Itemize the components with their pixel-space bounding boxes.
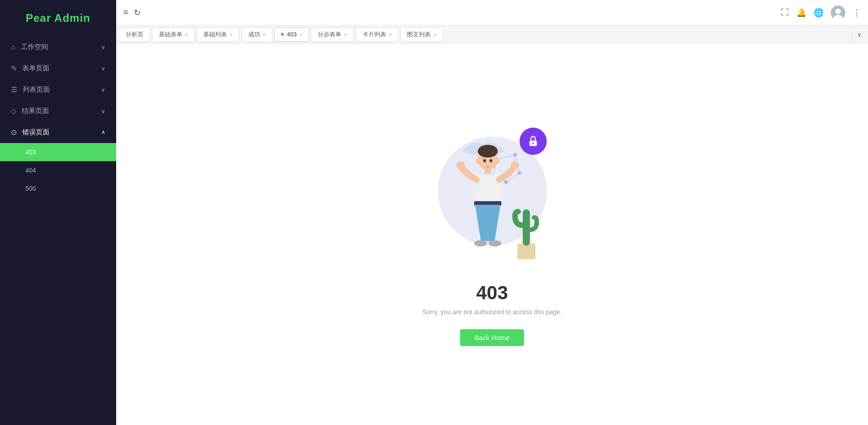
globe-icon[interactable]: 🌐: [814, 8, 824, 18]
error-arrow: ∨: [101, 129, 105, 136]
tab-success-close[interactable]: ×: [263, 32, 265, 37]
tab-analysis-label: 分析页: [126, 30, 143, 39]
sidebar: Pear Admin ⌂ 工作空间 ∨ ✎ 表单页面 ∨ ☰ 列表页面 ∨ ◇ …: [0, 0, 116, 425]
svg-rect-17: [517, 243, 535, 259]
svg-point-4: [532, 142, 534, 144]
sidebar-item-403[interactable]: 403: [0, 143, 116, 161]
svg-point-8: [456, 161, 465, 169]
sidebar-item-workspace[interactable]: ⌂ 工作空间 ∨: [0, 36, 116, 58]
content-area: 403 Sorry, you are not authorized to acc…: [116, 44, 868, 425]
tab-card-list-label: 卡片列表: [363, 30, 386, 39]
tab-step-form[interactable]: 分步表单 ×: [311, 27, 353, 42]
error-label: 错误页面: [22, 128, 49, 137]
sidebar-item-500[interactable]: 500: [0, 179, 116, 198]
lock-icon-circle: [520, 128, 547, 155]
tab-img-list[interactable]: 图文列表 ×: [400, 27, 443, 42]
topbar-right: ⛶ 🔔 🌐 ⋮: [781, 5, 861, 20]
logo-text: Pear Admin: [26, 12, 90, 25]
sidebar-item-result[interactable]: ◇ 结果页面 ∨: [0, 100, 116, 122]
tab-card-list-close[interactable]: ×: [389, 32, 392, 37]
svg-point-12: [489, 240, 501, 247]
error-code: 403: [476, 282, 508, 304]
bell-icon[interactable]: 🔔: [796, 8, 806, 18]
tab-basic-form-label: 基础表单: [159, 30, 182, 39]
sidebar-item-404[interactable]: 404: [0, 161, 116, 179]
main-area: ≡ ↻ ⛶ 🔔 🌐 ⋮ 分析页 基础表单 × 基础列表: [116, 0, 868, 425]
tab-403-close[interactable]: ×: [299, 32, 302, 37]
cactus-svg: [510, 200, 542, 259]
form-arrow: ∨: [101, 65, 105, 72]
refresh-icon[interactable]: ↻: [134, 8, 141, 18]
sidebar-item-list[interactable]: ☰ 列表页面 ∨: [0, 79, 116, 100]
error-illustration: [424, 123, 560, 268]
tab-403-dot: [281, 33, 284, 36]
list-icon: ☰: [11, 85, 17, 94]
fullscreen-icon[interactable]: ⛶: [781, 8, 789, 17]
tab-basic-form[interactable]: 基础表单 ×: [152, 27, 195, 42]
tab-step-form-label: 分步表单: [318, 30, 341, 39]
tab-card-list[interactable]: 卡片列表 ×: [356, 27, 398, 42]
list-label: 列表页面: [23, 85, 50, 94]
workspace-arrow: ∨: [101, 44, 105, 50]
form-icon: ✎: [11, 64, 17, 73]
svg-point-14: [490, 159, 492, 162]
sidebar-item-form[interactable]: ✎ 表单页面 ∨: [0, 58, 116, 79]
workspace-label: 工作空间: [21, 43, 48, 51]
sidebar-logo: Pear Admin: [0, 0, 116, 36]
more-icon[interactable]: ⋮: [853, 8, 861, 18]
error-icon: ⊙: [11, 128, 17, 137]
tab-basic-form-close[interactable]: ×: [185, 32, 188, 37]
tabs-bar: 分析页 基础表单 × 基础列表 × 成功 × 403 × 分步表单 × 卡片列表…: [116, 25, 868, 44]
error-message: Sorry, you are not authorized to access …: [422, 308, 562, 316]
svg-point-11: [474, 240, 487, 247]
svg-point-6: [478, 145, 498, 158]
tab-403-label: 403: [287, 31, 297, 38]
tab-analysis[interactable]: 分析页: [119, 27, 150, 42]
menu-toggle-icon[interactable]: ≡: [123, 8, 128, 17]
avatar[interactable]: [831, 5, 845, 20]
svg-point-16: [496, 158, 500, 164]
svg-point-15: [476, 158, 480, 164]
topbar: ≡ ↻ ⛶ 🔔 🌐 ⋮: [116, 0, 868, 25]
result-icon: ◇: [11, 107, 16, 115]
sidebar-item-error[interactable]: ⊙ 错误页面 ∨: [0, 122, 116, 143]
svg-point-1: [835, 9, 841, 14]
tab-success[interactable]: 成功 ×: [241, 27, 272, 42]
tab-403[interactable]: 403 ×: [274, 27, 309, 42]
topbar-left: ≡ ↻: [123, 8, 141, 18]
form-label: 表单页面: [22, 64, 49, 73]
tabs-more-button[interactable]: ∨: [852, 27, 866, 42]
back-home-button[interactable]: Back Home: [460, 329, 525, 346]
result-label: 结果页面: [22, 107, 49, 115]
svg-point-13: [483, 159, 486, 162]
tab-basic-list-label: 基础列表: [203, 30, 227, 39]
tab-step-form-close[interactable]: ×: [344, 32, 347, 37]
tab-img-list-close[interactable]: ×: [433, 32, 436, 37]
tab-success-label: 成功: [248, 30, 260, 39]
tab-basic-list-close[interactable]: ×: [230, 32, 232, 37]
svg-point-9: [511, 161, 519, 169]
result-arrow: ∨: [101, 108, 105, 114]
list-arrow: ∨: [101, 87, 105, 93]
svg-rect-7: [485, 168, 491, 174]
workspace-icon: ⌂: [11, 43, 15, 51]
tab-basic-list[interactable]: 基础列表 ×: [196, 27, 239, 42]
tab-img-list-label: 图文列表: [407, 30, 431, 39]
